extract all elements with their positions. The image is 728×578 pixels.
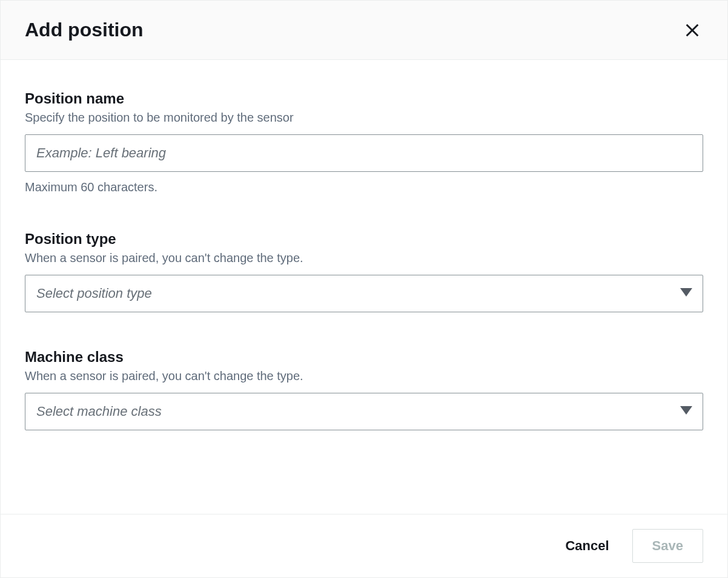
- machine-class-select[interactable]: Select machine class: [25, 393, 703, 430]
- cancel-button[interactable]: Cancel: [560, 530, 614, 562]
- dialog-body: Position name Specify the position to be…: [1, 60, 727, 514]
- save-button[interactable]: Save: [632, 529, 703, 563]
- position-name-description: Specify the position to be monitored by …: [25, 111, 703, 125]
- dialog-header: Add position: [1, 1, 727, 60]
- position-type-description: When a sensor is paired, you can't chang…: [25, 251, 703, 265]
- machine-class-group: Machine class When a sensor is paired, y…: [25, 349, 703, 430]
- machine-class-description: When a sensor is paired, you can't chang…: [25, 369, 703, 383]
- machine-class-label: Machine class: [25, 349, 703, 366]
- position-type-select[interactable]: Select position type: [25, 275, 703, 312]
- close-button[interactable]: [681, 19, 703, 41]
- position-type-label: Position type: [25, 231, 703, 248]
- dialog-title: Add position: [25, 19, 144, 41]
- position-name-group: Position name Specify the position to be…: [25, 90, 703, 194]
- position-name-constraint: Maximum 60 characters.: [25, 180, 703, 194]
- machine-class-placeholder: Select machine class: [25, 393, 703, 430]
- position-name-label: Position name: [25, 90, 703, 107]
- position-type-placeholder: Select position type: [25, 275, 703, 312]
- add-position-dialog: Add position Position name Specify the p…: [0, 0, 728, 578]
- position-name-input[interactable]: [25, 134, 703, 172]
- position-type-group: Position type When a sensor is paired, y…: [25, 231, 703, 312]
- dialog-footer: Cancel Save: [1, 514, 727, 577]
- close-icon: [684, 22, 701, 39]
